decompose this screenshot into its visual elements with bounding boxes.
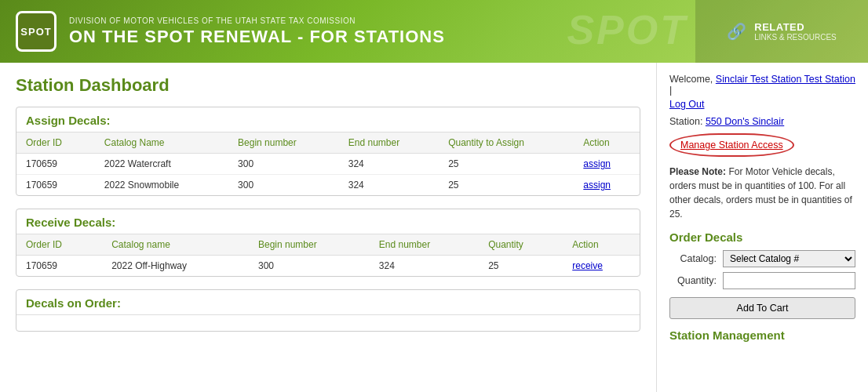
station-name-link[interactable]: 550 Don's Sinclair [706,116,784,127]
spot-logo: SPOT [16,11,57,52]
col-end-number: End number [339,132,439,154]
catalog-select[interactable]: Select Catalog # [723,250,855,267]
col-catalog-name: Catalog Name [95,132,228,154]
col-end-number: End number [370,234,479,256]
cell-action: receive [563,256,640,277]
header: SPOT Division of Motor Vehicles of the U… [0,0,868,63]
cell-order-id: 170659 [16,256,102,277]
cell-begin: 300 [228,154,339,175]
col-order-id: Order ID [16,234,102,256]
cell-end: 324 [370,256,479,277]
col-begin-number: Begin number [249,234,370,256]
col-begin-number: Begin number [228,132,339,154]
station-prefix: Station: [669,116,702,127]
logout-link[interactable]: Log Out [669,99,855,110]
welcome-line: Welcome, Sinclair Test Station Test Stat… [669,74,855,96]
cell-order-id: 170659 [16,175,95,196]
receive-link[interactable]: receive [572,260,603,271]
table-row: 170659 2022 Off-Highway 300 324 25 recei… [16,256,640,277]
cell-begin: 300 [228,175,339,196]
please-note-label: Please Note: [669,166,726,177]
station-line: Station: 550 Don's Sinclair [669,116,855,127]
assign-table-header-row: Order ID Catalog Name Begin number End n… [16,132,640,154]
please-note: Please Note: For Motor Vehicle decals, o… [669,165,855,221]
station-management-title: Station Management [669,328,855,342]
related-title: RELATED [754,21,836,33]
cell-order-id: 170659 [16,154,95,175]
header-title: On The Spot Renewal - For Stations [69,27,445,47]
col-action: Action [563,234,640,256]
content-area: Station Dashboard Assign Decals: Order I… [0,63,656,392]
col-action: Action [574,132,640,154]
assign-link[interactable]: assign [583,158,611,169]
welcome-prefix: Welcome, [669,74,713,85]
assign-link[interactable]: assign [583,180,611,191]
col-quantity: Quantity [479,234,563,256]
col-catalog-name: Catalog name [102,234,249,256]
assign-decals-section: Assign Decals: Order ID Catalog Name Beg… [16,107,640,196]
cell-quantity: 25 [439,154,574,175]
catalog-row: Catalog: Select Catalog # [669,250,855,267]
cell-end: 324 [339,175,439,196]
quantity-row: Quantity: [669,272,855,289]
col-quantity-assign: Quantity to Assign [439,132,574,154]
quantity-input[interactable] [723,272,855,289]
link-icon: 🔗 [727,22,746,41]
main-container: Station Dashboard Assign Decals: Order I… [0,63,868,392]
manage-station-container: Manage Station Access [669,133,794,157]
cell-action: assign [574,154,640,175]
quantity-label: Quantity: [669,275,717,286]
receive-decals-title: Receive Decals: [16,209,640,234]
cell-catalog-name: 2022 Watercraft [95,154,228,175]
separator: | [669,85,672,96]
header-text: Division of Motor Vehicles of the Utah S… [69,16,445,47]
page-title: Station Dashboard [16,75,640,96]
receive-decals-table: Order ID Catalog name Begin number End n… [16,234,640,276]
cell-begin: 300 [249,256,370,277]
sidebar: Welcome, Sinclair Test Station Test Stat… [656,63,868,392]
cell-action: assign [574,175,640,196]
decals-on-order-section: Decals on Order: [16,289,640,332]
cell-catalog-name: 2022 Off-Highway [102,256,249,277]
header-right: 🔗 RELATED LINKS & RESOURCES [695,0,868,63]
decals-on-order-title: Decals on Order: [16,290,640,315]
add-to-cart-button[interactable]: Add To Cart [669,297,855,319]
table-row: 170659 2022 Snowmobile 300 324 25 assign [16,175,640,196]
cell-end: 324 [339,154,439,175]
col-order-id: Order ID [16,132,95,154]
receive-table-header-row: Order ID Catalog name Begin number End n… [16,234,640,256]
cell-quantity: 25 [439,175,574,196]
receive-decals-section: Receive Decals: Order ID Catalog name Be… [16,209,640,277]
manage-station-link[interactable]: Manage Station Access [669,133,794,157]
welcome-user-link[interactable]: Sinclair Test Station Test Station [716,74,855,85]
header-left: SPOT Division of Motor Vehicles of the U… [0,0,695,63]
cell-catalog-name: 2022 Snowmobile [95,175,228,196]
assign-decals-title: Assign Decals: [16,107,640,132]
table-row: 170659 2022 Watercraft 300 324 25 assign [16,154,640,175]
related-links: RELATED LINKS & RESOURCES [754,21,836,42]
catalog-label: Catalog: [669,253,717,264]
assign-decals-table: Order ID Catalog Name Begin number End n… [16,132,640,195]
cell-quantity: 25 [479,256,563,277]
header-subtitle: Division of Motor Vehicles of the Utah S… [69,16,445,25]
order-decals-title: Order Decals [669,230,855,244]
related-sub: LINKS & RESOURCES [754,33,836,42]
